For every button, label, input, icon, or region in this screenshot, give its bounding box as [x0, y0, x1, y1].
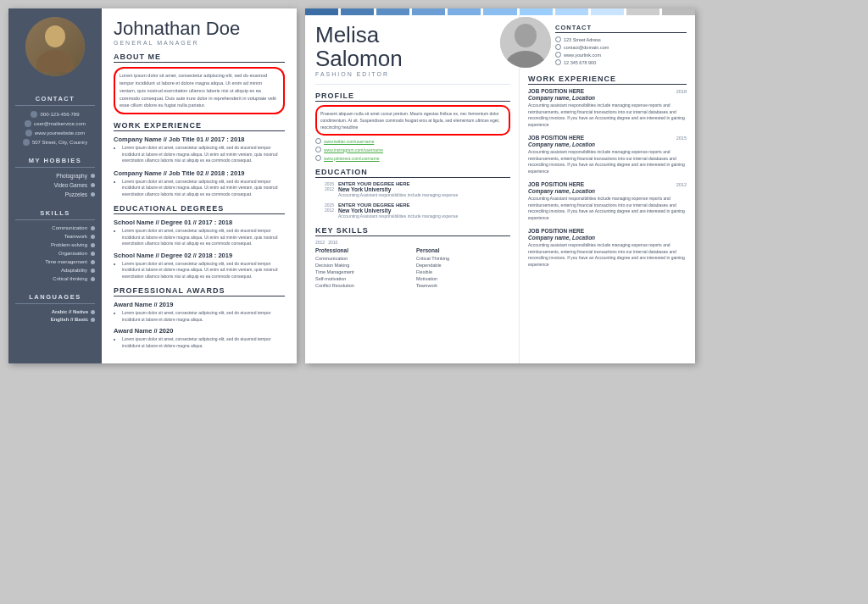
skill-teamwork: Teamwork [15, 234, 95, 239]
divider [315, 84, 510, 85]
award-bullets-2: Lorem ipsum dolor sit amet, consectetur … [114, 336, 285, 349]
edu-entry-2: 2015 2012 ENTER YOUR DEGREE HERE New Yor… [315, 202, 510, 219]
work-company-4: Company name, Location [528, 235, 687, 241]
skill-critical-thinking: Critical thinking [15, 276, 95, 281]
lang-dot [91, 318, 95, 322]
contact-website: www.yourwebsite.com [25, 130, 85, 136]
skills-grid: Professional Communication Decision Maki… [315, 247, 510, 290]
degree-bullets-2: Lorem ipsum dolor sit amet, consectetur … [114, 261, 285, 280]
contact-row-phone: 12 345 678 900 [555, 59, 687, 65]
contact-email-text: contact@domain.com [564, 45, 609, 50]
web-icon [25, 130, 32, 136]
degree-bullet: Lorem ipsum dolor sit amet, consectetur … [122, 261, 285, 280]
skill-dot [91, 269, 95, 273]
work-header: WORK EXPERIENCE [114, 121, 285, 131]
edu-years-1: 2015 2012 [315, 181, 334, 198]
instagram-icon [315, 147, 321, 152]
contact-dot [555, 36, 561, 42]
edu-desc-2: Accounting Assistant responsibilities in… [338, 213, 510, 219]
hobby-puzzles: Puzzeles [15, 191, 95, 197]
education-header-right: Education [315, 168, 510, 178]
deco-5 [448, 8, 481, 15]
skill-conflict-resolution: Conflict Resolution [315, 283, 409, 288]
avatar [25, 17, 85, 76]
deco-10 [626, 8, 659, 15]
skill-decision-making: Decision Making [315, 263, 409, 268]
work-job-title-1: JOB POSITION HERE [528, 88, 584, 94]
edu-entry-1: 2015 2012 ENTER YOUR DEGREE HERE New Yor… [315, 181, 510, 198]
deco-2 [341, 8, 374, 15]
lang-arabic: Arabic // Native [15, 309, 95, 314]
contact-phone-text: 12 345 678 900 [564, 60, 596, 65]
contact-row-address: 123 Street Adress [555, 36, 687, 42]
contact-dot [555, 44, 561, 50]
left-main-content: Johnathan Doe GENERAL MANAGER ABOUT ME L… [102, 8, 297, 363]
skill-flexible: Flexible [416, 269, 510, 274]
contact-box-title: Contact [555, 24, 687, 33]
skill-time-management-right: Time Management [315, 269, 409, 274]
lang-dot [91, 310, 95, 314]
skill-dot [91, 260, 95, 264]
skill-communication-right: Communication [315, 256, 409, 261]
deco-8 [555, 8, 588, 15]
degree-entry-2: School Name // Degree 02 // 2018 : 2019 … [114, 252, 285, 280]
social-instagram: www.instragram.com/username [315, 147, 510, 152]
award-title-1: Award Name // 2019 [114, 301, 285, 308]
work-desc-1: Accounting assistant responsibilities in… [528, 103, 687, 128]
twitter-icon [315, 138, 321, 144]
skill-dot [91, 235, 95, 239]
skill-dot [91, 243, 95, 247]
skill-critical-thinking-right: Critical Thinking [416, 256, 510, 261]
social-pinterest: www.pinterest.com/username [315, 155, 510, 161]
contact-address: 507 Street, City, Country [23, 139, 87, 146]
award-bullets-1: Lorem ipsum dolor sit amet, consectetur … [114, 310, 285, 323]
work-desc-4: Accounting assistant responsibilities in… [528, 242, 687, 268]
skill-dot [91, 226, 95, 230]
deco-4 [412, 8, 445, 15]
work-header-row-1: JOB POSITION HERE 2018 [528, 88, 687, 95]
deco-7 [520, 8, 553, 15]
deco-3 [376, 8, 409, 15]
hobby-photography: Photography [15, 173, 95, 179]
skill-time-management: Time management [15, 259, 95, 264]
job-title-1: Company Name // Job Title 01 // 2017 : 2… [114, 136, 285, 143]
education-header: EDUCATIONAL DEGREES [114, 204, 285, 214]
work-entry-2: JOB POSITION HERE 2015 Company name, Loc… [528, 135, 687, 175]
location-icon [23, 139, 30, 146]
work-header-row-4: JOB POSITION HERE [528, 228, 687, 235]
resume-left: CONTACT 000-123-456-789 user@mailservice… [8, 8, 297, 363]
degree-entry-1: School Name // Degree 01 // 2017 : 2018 … [114, 219, 285, 247]
right-right-column: Work Experience JOB POSITION HERE 2018 C… [520, 66, 695, 363]
top-decoration [305, 8, 695, 15]
skill-teamwork-right: Teamwork [416, 283, 510, 288]
page-wrapper: CONTACT 000-123-456-789 user@mailservice… [8, 8, 860, 363]
work-entry-3: JOB POSITION HERE 2012 Company name, Loc… [528, 181, 687, 221]
about-header: ABOUT ME [114, 53, 285, 63]
professional-skills-col: Professional Communication Decision Maki… [315, 247, 409, 290]
job-entry-2: Company Name // Job Title 02 // 2018 : 2… [114, 169, 285, 198]
svg-point-0 [45, 25, 65, 47]
right-resume-title: FASHION EDITOR [315, 71, 510, 77]
right-resume-name-1: Melisa [315, 24, 510, 46]
skill-dependable: Dependable [416, 263, 510, 268]
skill-problem-solving: Problem-solving [15, 242, 95, 247]
work-header-row-3: JOB POSITION HERE 2012 [528, 181, 687, 188]
edu-school-1: New York University [338, 186, 510, 192]
work-header-row-2: JOB POSITION HERE 2015 [528, 135, 687, 141]
hobby-dot [91, 183, 95, 187]
job-bullet: Lorem ipsum dolor sit amet, consectetur … [122, 145, 285, 164]
edu-content-1: ENTER YOUR DEGREE HERE New York Universi… [338, 181, 510, 198]
skill-dot [91, 277, 95, 281]
award-entry-2: Award Name // 2020 Lorem ipsum dolor sit… [114, 327, 285, 349]
edu-desc-1: Accounting Assistant responsibilities in… [338, 192, 510, 198]
svg-point-3 [515, 24, 537, 47]
work-company-1: Company name, Location [528, 95, 687, 101]
about-text: Lorem ipsum dolor sit amet, consectetur … [114, 67, 285, 114]
deco-6 [483, 8, 516, 15]
degree-title-1: School Name // Degree 01 // 2017 : 2018 [114, 219, 285, 226]
edu-year-end: 2012 [315, 186, 334, 191]
work-year-3: 2012 [676, 182, 687, 187]
skills-years: 2012 2010 [315, 240, 510, 245]
contact-email: user@mailservice.com [25, 120, 86, 127]
instagram-url: www.instragram.com/username [324, 147, 383, 152]
